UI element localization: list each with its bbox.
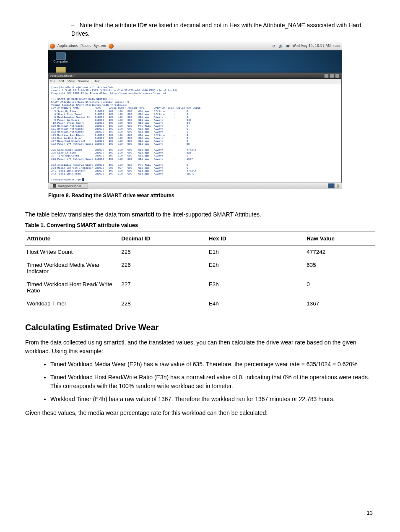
clock-text[interactable]: Wed Aug 15, 10:57 AM <box>293 44 331 48</box>
cell-attribute: Timed Workload Media Wear Indicator <box>25 258 119 278</box>
task-label: root@localhost:~ <box>58 184 85 188</box>
taskbar-terminal-button[interactable]: root@localhost:~ <box>50 183 88 189</box>
figure-caption-prefix: Figure 8. <box>48 193 72 198</box>
note-text: Note that the attribute ID# are listed i… <box>71 22 361 37</box>
cell-raw: 635 <box>305 258 375 278</box>
screenshot-figure: Applications Places System ⟳ 🔊 💻 Wed Aug… <box>48 42 342 198</box>
cell-hex: E4h <box>207 297 305 310</box>
terminal-output[interactable]: [root@localhost ~]# smartctl -A /dev/sda… <box>49 84 341 189</box>
menu-applications[interactable]: Applications <box>57 44 78 48</box>
col-decimal-id: Decimal ID <box>119 232 207 245</box>
cell-raw: 0 <box>305 278 375 297</box>
menu-system[interactable]: System <box>94 44 106 48</box>
figure-caption-text: Reading the SMART drive wear attributes <box>72 193 174 198</box>
term-menu-terminal[interactable]: Terminal <box>78 80 91 83</box>
terminal-menubar: File Edit View Terminal Help <box>49 79 341 84</box>
volume-icon[interactable]: 🔊 <box>278 44 283 48</box>
smart-attribute-table: Attribute Decimal ID Hex ID Raw Value Ho… <box>25 232 375 310</box>
section-intro-para: From the data collected using smartctl, … <box>25 338 375 356</box>
cell-decimal: 225 <box>119 245 207 258</box>
terminal-task-icon <box>53 184 56 188</box>
terminal-title-text: root@localhost:~ <box>50 74 76 78</box>
menu-places[interactable]: Places <box>81 44 91 48</box>
table-row: Timed Workload Host Read/ Write Ratio 22… <box>25 278 375 297</box>
cell-raw: 477242 <box>305 245 375 258</box>
cell-raw: 1367 <box>305 297 375 310</box>
table-intro-text: The table below translates the data from… <box>25 210 375 219</box>
monitor-icon <box>56 52 66 60</box>
gnome-bottom-panel: root@localhost:~ 🗑 <box>48 183 342 189</box>
updates-icon[interactable]: ⟳ <box>273 44 276 48</box>
maximize-button[interactable] <box>330 73 334 78</box>
note-line: –Note that the attribute ID# are listed … <box>71 21 375 38</box>
cell-hex: E1h <box>207 245 305 258</box>
cell-attribute: Host Writes Count <box>25 245 119 258</box>
term-menu-view[interactable]: View <box>68 80 75 83</box>
col-hex-id: Hex ID <box>207 232 305 245</box>
trash-icon[interactable]: 🗑 <box>336 184 340 188</box>
cell-attribute: Workload Timer <box>25 297 119 310</box>
terminal-window: root@localhost:~ File Edit View Terminal… <box>48 73 342 189</box>
firefox-icon <box>50 44 55 49</box>
user-menu[interactable]: root <box>333 44 340 48</box>
cell-decimal: 228 <box>119 297 207 310</box>
term-menu-help[interactable]: Help <box>94 80 101 83</box>
linux-desktop: Applications Places System ⟳ 🔊 💻 Wed Aug… <box>48 42 342 189</box>
col-raw-value: Raw Value <box>305 232 375 245</box>
minimize-button[interactable] <box>324 73 329 78</box>
cell-decimal: 226 <box>119 258 207 278</box>
list-item: Workload Timer (E4h) has a raw value of … <box>50 395 375 404</box>
computer-desktop-icon[interactable]: Computer <box>51 52 71 63</box>
cell-hex: E3h <box>207 278 305 297</box>
bullet-list: Timed Workload Media Wear (E2h) has a ra… <box>25 360 375 404</box>
term-menu-edit[interactable]: Edit <box>59 80 65 83</box>
intro-bold: smartctl <box>132 211 154 218</box>
figure-caption: Figure 8. Reading the SMART drive wear a… <box>48 193 342 198</box>
cell-hex: E2h <box>207 258 305 278</box>
workspace-switcher[interactable] <box>328 183 335 188</box>
intro-pre: The table below translates the data from <box>25 211 132 218</box>
col-attribute: Attribute <box>25 232 119 245</box>
close-button[interactable] <box>335 73 340 78</box>
gnome-top-panel: Applications Places System ⟳ 🔊 💻 Wed Aug… <box>48 42 342 50</box>
intro-post: to the Intel-supported SMART Attributes. <box>154 211 261 218</box>
section-heading: Calculating Estimated Drive Wear <box>25 323 375 332</box>
table-row: Timed Workload Media Wear Indicator 226 … <box>25 258 375 278</box>
network-icon[interactable]: 💻 <box>286 44 290 48</box>
list-item: Timed Workload Host Read/Write Ratio (E3… <box>50 373 375 391</box>
cell-attribute: Timed Workload Host Read/ Write Ratio <box>25 278 119 297</box>
cell-decimal: 227 <box>119 278 207 297</box>
term-menu-file[interactable]: File <box>50 80 55 83</box>
terminal-titlebar[interactable]: root@localhost:~ <box>49 73 341 79</box>
dash: – <box>71 21 80 29</box>
page-number: 13 <box>367 510 373 516</box>
table-row: Workload Timer 228 E4h 1367 <box>25 297 375 310</box>
table-row: Host Writes Count 225 E1h 477242 <box>25 245 375 258</box>
table-header-row: Attribute Decimal ID Hex ID Raw Value <box>25 232 375 245</box>
computer-label: Computer <box>54 60 68 63</box>
list-item: Timed Workload Media Wear (E2h) has a ra… <box>50 360 375 369</box>
closing-para: Given these values, the media wear perce… <box>25 409 375 417</box>
browser-launcher-icon[interactable] <box>109 44 114 49</box>
table-caption: Table 1. Converting SMART attribute valu… <box>25 222 375 228</box>
